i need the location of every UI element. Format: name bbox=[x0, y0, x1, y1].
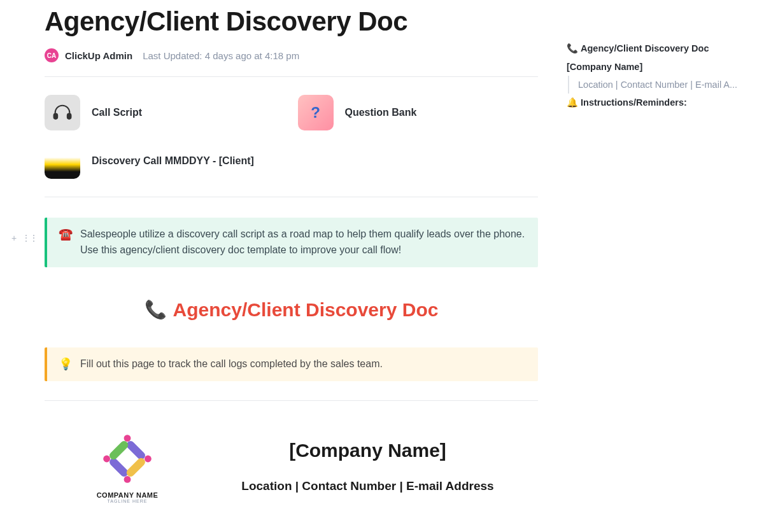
outline-label: Location | Contact Number | E-mail A... bbox=[578, 80, 737, 90]
page-title[interactable]: Agency/Client Discovery Doc bbox=[45, 6, 538, 37]
author-name[interactable]: ClickUp Admin bbox=[65, 50, 132, 61]
outline-label: Agency/Client Discovery Doc bbox=[581, 43, 709, 53]
subpage-call-script[interactable]: Call Script bbox=[45, 95, 285, 130]
outline-item-contact[interactable]: Location | Contact Number | E-mail A... bbox=[578, 76, 751, 94]
author-avatar[interactable]: CA bbox=[45, 48, 59, 62]
doc-heading-text: Agency/Client Discovery Doc bbox=[173, 299, 439, 321]
company-name-heading[interactable]: [Company Name] bbox=[197, 440, 538, 461]
add-block-button[interactable]: + bbox=[11, 233, 17, 243]
svg-point-3 bbox=[145, 455, 152, 462]
doc-meta-row: CA ClickUp Admin Last Updated: 4 days ag… bbox=[45, 48, 538, 62]
subpage-question-bank[interactable]: ? Question Bank bbox=[298, 95, 539, 130]
bulb-icon: 💡 bbox=[59, 356, 73, 372]
svg-point-2 bbox=[124, 435, 131, 442]
outline-item-instructions[interactable]: 🔔Instructions/Reminders: bbox=[567, 94, 751, 112]
svg-point-5 bbox=[103, 455, 110, 462]
updated-value: 4 days ago at 4:18 pm bbox=[205, 50, 299, 61]
updated-label: Last Updated: bbox=[143, 50, 202, 61]
svg-rect-6 bbox=[125, 439, 146, 461]
logo-name: COMPANY NAME bbox=[83, 491, 172, 499]
last-updated: Last Updated: 4 days ago at 4:18 pm bbox=[143, 50, 299, 61]
logo-tagline: TAGLINE HERE bbox=[83, 499, 172, 503]
headset-icon bbox=[45, 95, 80, 130]
svg-point-4 bbox=[124, 476, 131, 483]
subpage-cards: Call Script ? Question Bank Discovery Ca… bbox=[45, 77, 538, 197]
phone-icon: 📞 bbox=[567, 43, 578, 53]
stack-icon bbox=[45, 143, 80, 179]
divider bbox=[45, 197, 538, 197]
company-section: COMPANY NAME TAGLINE HERE [Company Name]… bbox=[45, 430, 538, 503]
subpage-discovery-call[interactable]: Discovery Call MMDDYY - [Client] bbox=[45, 143, 285, 179]
company-contact-line[interactable]: Location | Contact Number | E-mail Addre… bbox=[197, 479, 538, 493]
svg-rect-1 bbox=[67, 113, 71, 119]
block-controls: + ⋮⋮ bbox=[11, 233, 37, 243]
callout-text: Salespeople utilize a discovery call scr… bbox=[80, 227, 527, 258]
outline-label: [Company Name] bbox=[567, 62, 642, 72]
subpage-label: Call Script bbox=[92, 107, 142, 118]
drag-handle[interactable]: ⋮⋮ bbox=[22, 233, 37, 243]
question-icon: ? bbox=[298, 95, 334, 130]
callout-intro[interactable]: ☎️ Salespeople utilize a discovery call … bbox=[45, 218, 538, 267]
subpage-label: Discovery Call MMDDYY - [Client] bbox=[92, 155, 254, 167]
phone-emoji-icon: ☎️ bbox=[59, 227, 73, 258]
svg-rect-9 bbox=[125, 456, 146, 478]
subpage-label: Question Bank bbox=[345, 107, 417, 118]
bell-icon: 🔔 bbox=[567, 97, 578, 108]
svg-rect-0 bbox=[54, 113, 58, 119]
svg-rect-8 bbox=[108, 439, 129, 461]
doc-heading[interactable]: 📞 Agency/Client Discovery Doc bbox=[45, 299, 538, 321]
company-logo: COMPANY NAME TAGLINE HERE bbox=[83, 430, 172, 503]
divider bbox=[45, 400, 538, 401]
svg-rect-7 bbox=[108, 456, 129, 478]
outline-sidebar: 📞Agency/Client Discovery Doc [Company Na… bbox=[567, 39, 751, 112]
logo-graphic-icon bbox=[99, 430, 156, 487]
callout-text: Fill out this page to track the call log… bbox=[80, 356, 383, 372]
outline-label: Instructions/Reminders: bbox=[581, 97, 687, 108]
phone-icon: 📞 bbox=[145, 299, 167, 320]
outline-item-doc-title[interactable]: 📞Agency/Client Discovery Doc bbox=[567, 39, 751, 58]
callout-instruction[interactable]: 💡 Fill out this page to track the call l… bbox=[45, 347, 538, 381]
outline-item-company[interactable]: [Company Name] bbox=[567, 58, 751, 76]
